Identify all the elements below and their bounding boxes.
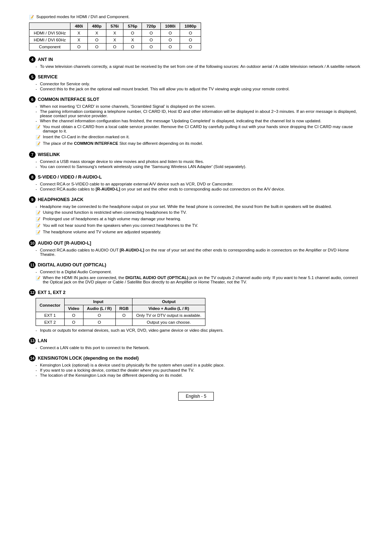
note-text: When the HDMI IN jacks are connected, th…	[43, 275, 363, 284]
modes-cell: O	[123, 30, 142, 37]
note-line: 📝Insert the CI-Card in the direction mar…	[36, 135, 363, 140]
list-item: Connect RCA audio cables to AUDIO OUT [R…	[36, 248, 363, 257]
note-line: 📝The headphone volume and TV volume are …	[36, 230, 363, 235]
ext-cell: Output you can choose.	[132, 319, 205, 326]
section-number: 4	[29, 56, 36, 63]
note-text: You must obtain a CI CARD from a local c…	[43, 124, 363, 133]
ext-cell: Only TV or DTV output is available.	[132, 312, 205, 319]
section-number: 7	[29, 151, 36, 158]
note-block: 📝When the HDMI IN jacks are connected, t…	[36, 275, 363, 284]
bullet-list: Connect a USB mass storage device to vie…	[36, 159, 363, 169]
note-icon: 📝	[36, 142, 41, 146]
section-number: 8	[29, 174, 36, 180]
section-title: S-VIDEO / VIDEO / R-AUDIO-L	[38, 175, 102, 180]
note-icon: 📝	[36, 230, 41, 235]
section-number: 12	[29, 289, 36, 296]
modes-cell: O	[142, 37, 160, 44]
footer: English - 5	[29, 392, 363, 408]
bullet-list: Connector for Service only.Connect this …	[36, 82, 363, 91]
section-number: 10	[29, 240, 36, 246]
modes-cell: Component	[29, 44, 70, 50]
section-12: 12EXT 1, EXT 2ConnectorInputOutputVideoA…	[29, 289, 363, 332]
ext-sub-header: Audio (L / R)	[83, 305, 115, 312]
bullet-list: Connect to a Digital Audio Component.	[36, 270, 363, 274]
note-text: Prolonged use of headphones at a high vo…	[43, 217, 181, 221]
ext-cell: O	[83, 312, 115, 319]
section-header: 4ANT IN	[29, 56, 363, 63]
section-5: 5SERVICEConnector for Service only.Conne…	[29, 74, 363, 91]
modes-cell: O	[123, 44, 142, 50]
list-item: When not inserting 'CI CARD' in some cha…	[36, 104, 363, 109]
modes-cell: O	[160, 30, 180, 37]
section-11: 11DIGITAL AUDIO OUT (OPTICAL)Connect to …	[29, 262, 363, 284]
bullet-list: To view television channels correctly, a…	[36, 64, 363, 69]
modes-cell: O	[160, 44, 180, 50]
note-line: 📝You must obtain a CI CARD from a local …	[36, 124, 363, 133]
modes-cell: O	[180, 30, 201, 37]
section-header: 14KENSINGTON LOCK (depending on the mode…	[29, 355, 363, 361]
note-icon: 📝	[29, 15, 34, 20]
ext-cell: O	[115, 312, 132, 319]
bullet-list: When not inserting 'CI CARD' in some cha…	[36, 104, 363, 123]
section-header: 7WISELINK	[29, 151, 363, 158]
section-14: 14KENSINGTON LOCK (depending on the mode…	[29, 355, 363, 377]
note-text: The headphone volume and TV volume are a…	[43, 230, 161, 234]
section-header: 8S-VIDEO / VIDEO / R-AUDIO-L	[29, 174, 363, 180]
modes-col-1080p: 1080p	[180, 23, 201, 30]
note-line: 📝Using the sound function is restricted …	[36, 210, 363, 215]
note-line: 📝The place of the COMMON INTERFACE Slot …	[36, 141, 363, 146]
sections-container: 4ANT INTo view television channels corre…	[29, 56, 363, 377]
section-number: 14	[29, 355, 36, 361]
section-title: DIGITAL AUDIO OUT (OPTICAL)	[38, 262, 106, 267]
modes-cell: O	[87, 37, 106, 44]
section-7: 7WISELINKConnect a USB mass storage devi…	[29, 151, 363, 169]
list-item: To view television channels correctly, a…	[36, 64, 363, 69]
list-item: Connect RCA or S-VIDEO cable to an appro…	[36, 182, 363, 186]
section-title: COMMON INTERFACE SLOT	[38, 97, 99, 102]
modes-cell: O	[70, 44, 87, 50]
section-title: WISELINK	[38, 152, 60, 157]
ext-cell	[115, 319, 132, 326]
modes-cell: X	[123, 37, 142, 44]
section-number: 6	[29, 96, 36, 103]
note-icon: 📝	[36, 135, 41, 140]
note-icon: 📝	[36, 217, 41, 222]
bullet-list: Connect RCA audio cables to AUDIO OUT [R…	[36, 248, 363, 257]
page-content: 📝 Supported modes for HDMI / DVI and Com…	[29, 15, 363, 408]
modes-cell: O	[87, 44, 106, 50]
ext-sub-header-out: Video + Audio (L / R)	[132, 305, 205, 312]
note-text: Insert the CI-Card in the direction mark…	[43, 135, 130, 139]
list-item: When the channel information configurati…	[36, 119, 363, 123]
modes-cell: X	[106, 30, 123, 37]
section-header: 5SERVICE	[29, 74, 363, 80]
note-text: You will not hear sound from the speaker…	[43, 223, 198, 228]
list-item: Connector for Service only.	[36, 82, 363, 86]
section-title: ANT IN	[38, 57, 53, 62]
list-item: Headphone may be connected to the headph…	[36, 204, 363, 209]
top-note-text: Supported modes for HDMI / DVI and Compo…	[36, 15, 130, 19]
section-number: 5	[29, 74, 36, 80]
section-title: EXT 1, EXT 2	[38, 290, 65, 295]
section-10: 10AUDIO OUT [R-AUDIO-L]Connect RCA audio…	[29, 240, 363, 257]
section-title: KENSINGTON LOCK (depending on the model)	[38, 356, 139, 361]
ext-cell: O	[64, 312, 83, 319]
ext-cell: O	[64, 319, 83, 326]
note-icon: 📝	[36, 276, 41, 281]
top-note: 📝 Supported modes for HDMI / DVI and Com…	[29, 15, 363, 20]
note-line: 📝When the HDMI IN jacks are connected, t…	[36, 275, 363, 284]
ext-col-input: Input	[64, 298, 132, 305]
modes-cell: O	[106, 44, 123, 50]
modes-cell: X	[106, 37, 123, 44]
modes-col-1080i: 1080i	[160, 23, 180, 30]
section-title: HEADPHONES JACK	[38, 197, 83, 202]
list-item: You can connect to Samsung's network wir…	[36, 164, 363, 169]
note-block: 📝Using the sound function is restricted …	[36, 210, 363, 235]
section-header: 11DIGITAL AUDIO OUT (OPTICAL)	[29, 262, 363, 268]
modes-cell: X	[87, 30, 106, 37]
modes-cell: O	[180, 37, 201, 44]
section-number: 9	[29, 196, 36, 203]
modes-col-device	[29, 23, 70, 30]
list-item: The location of the Kensington Lock may …	[36, 373, 363, 377]
list-item: Connect RCA audio cables to [R-AUDIO-L] …	[36, 187, 363, 191]
bullet-list: Headphone may be connected to the headph…	[36, 204, 363, 209]
